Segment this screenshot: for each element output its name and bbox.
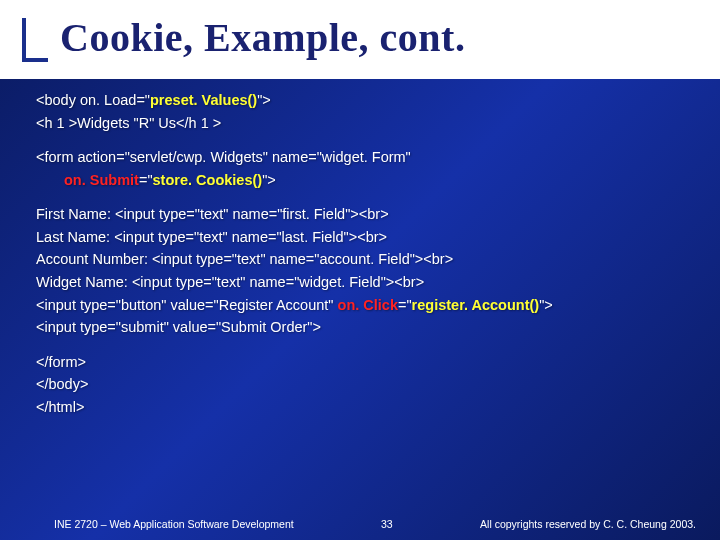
highlight-storecookies: store. Cookies() (153, 172, 263, 188)
code-line: <form action="servlet/cwp. Widgets" name… (36, 148, 684, 168)
footer: INE 2720 – Web Application Software Deve… (0, 512, 720, 540)
code-line: <input type="button" value="Register Acc… (36, 296, 684, 316)
title-bar: Cookie, Example, cont. (0, 0, 720, 79)
code-line: </body> (36, 375, 684, 395)
code-line: Account Number: <input type="text" name=… (36, 250, 684, 270)
footer-right: All copyrights reserved by C. C. Cheung … (480, 518, 696, 530)
slide-number: 33 (381, 518, 393, 530)
code-line: on. Submit="store. Cookies()"> (36, 171, 684, 191)
code-line: Last Name: <input type="text" name="last… (36, 228, 684, 248)
code-line: </html> (36, 398, 684, 418)
footer-left: INE 2720 – Web Application Software Deve… (54, 518, 294, 530)
code-line: <h 1 >Widgets "R" Us</h 1 > (36, 114, 684, 134)
slide: Cookie, Example, cont. <body on. Load="p… (0, 0, 720, 540)
highlight-register: register. Account() (412, 297, 540, 313)
code-content: <body on. Load="preset. Values()"> <h 1 … (0, 79, 720, 512)
highlight-preset: preset. Values() (150, 92, 257, 108)
slide-title: Cookie, Example, cont. (60, 14, 690, 61)
corner-accent-icon (22, 18, 48, 62)
code-line: <body on. Load="preset. Values()"> (36, 91, 684, 111)
highlight-onsubmit: on. Submit (64, 172, 139, 188)
highlight-onclick: on. Click (338, 297, 398, 313)
code-line: First Name: <input type="text" name="fir… (36, 205, 684, 225)
code-line: Widget Name: <input type="text" name="wi… (36, 273, 684, 293)
code-line: <input type="submit" value="Submit Order… (36, 318, 684, 338)
code-line: </form> (36, 353, 684, 373)
